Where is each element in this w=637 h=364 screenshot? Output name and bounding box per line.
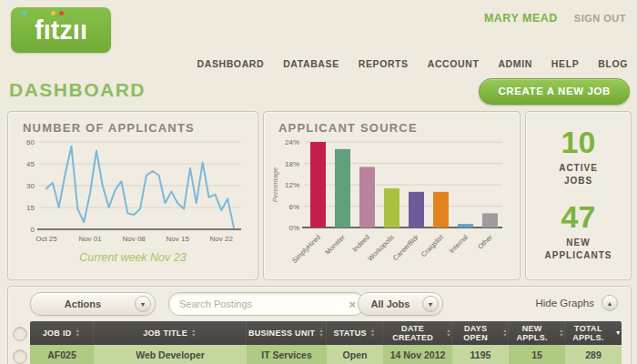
column-header-job-title[interactable]: JOB TITLE ▲▼ [94,321,247,345]
current-week-caption: Current week Nov 23 [8,251,258,264]
svg-text:CareerBldr: CareerBldr [391,233,420,262]
job-filter-label: All Jobs [359,298,422,309]
sort-icon: ▲▼ [559,329,564,338]
bar-chart-title: APPLICANT SOURCE [264,112,520,135]
nav-item-reports[interactable]: REPORTS [359,58,409,69]
svg-text:15: 15 [26,204,35,212]
sign-out-link[interactable]: SIGN OUT [574,13,626,24]
column-header-new-appls[interactable]: NEW APPLS. ▲▼ [509,321,565,345]
active-jobs-value: 10 [526,126,631,157]
svg-text:Craigslist: Craigslist [420,232,446,258]
search-postings-box: × [168,292,365,316]
svg-text:Oct 25: Oct 25 [35,235,57,243]
cell-job-title: Web Developer [94,345,247,364]
svg-text:Other: Other [476,233,494,251]
sort-icon: ▲▼ [76,329,81,338]
hide-graphs-toggle[interactable]: Hide Graphs ▲ [535,295,618,311]
svg-text:Indeed: Indeed [350,233,371,254]
chevron-down-icon: ▼ [422,296,439,312]
nav-item-database[interactable]: DATABASE [283,58,339,69]
sort-icon: ▲▼ [502,329,508,338]
sort-icon: ▲▼ [446,329,451,338]
logo-dot-yellow-icon [51,11,56,15]
select-all-radio[interactable] [13,327,27,341]
fitzii-logo[interactable]: fıtzıı [11,7,111,53]
cell-total-appls: 289 [565,345,622,364]
logo-text: fıtzıı [35,15,87,46]
svg-text:6%: 6% [288,203,299,211]
page-title: DASHBOARD [9,79,146,101]
line-chart-title: NUMBER OF APPLICANTS [8,112,258,135]
cell-status: Open [327,345,383,364]
sort-icon: ▲▼ [370,329,376,338]
svg-text:12%: 12% [285,181,299,189]
active-jobs-label: ACTIVE JOBS [526,162,631,187]
hide-graphs-label: Hide Graphs [535,298,594,308]
table-row[interactable]: AF025 Web Developer IT Services Open 14 … [30,345,622,364]
actions-dropdown[interactable]: Actions ▼ [30,292,156,316]
column-header-status[interactable]: STATUS ▲▼ [327,321,383,345]
sort-icon: ▲▼ [191,329,197,338]
svg-text:Nov 22: Nov 22 [210,235,234,243]
clear-search-icon[interactable]: × [349,298,356,310]
new-applicants-value: 47 [526,201,631,232]
cell-new-appls: 15 [509,345,565,364]
svg-text:30: 30 [26,182,35,190]
cell-business-unit: IT Services [247,345,327,364]
column-header-date-created[interactable]: DATE CREATED ▲▼ [383,321,452,345]
cell-days-open: 1195 [452,345,509,364]
svg-text:45: 45 [26,160,35,168]
nav-item-blog[interactable]: BLOG [598,58,628,69]
applicants-line-chart: 015304560Oct 25Nov 01Nov 08Nov 15Nov 22 [14,135,252,249]
svg-text:0%: 0% [288,224,299,232]
fitzii-dashboard-app: fıtzıı MARY MEAD SIGN OUT DASHBOARD DATA… [0,0,637,364]
user-bar: MARY MEAD SIGN OUT [484,12,626,25]
sort-icon: ▲▼ [318,329,324,338]
nav-item-admin[interactable]: ADMIN [498,58,531,69]
svg-text:24%: 24% [285,138,299,147]
column-header-days-open[interactable]: DAYS OPEN ▲▼ [452,321,509,345]
source-bar-chart: 0%6%12%18%24%PercentageSimplyHiredMonste… [268,135,515,277]
job-filter-dropdown[interactable]: All Jobs ▼ [358,292,443,316]
row-select-radio[interactable] [13,349,27,364]
applicant-source-panel: APPLICANT SOURCE 0%6%12%18%24%Percentage… [263,111,521,280]
create-new-job-button[interactable]: CREATE A NEW JOB [479,78,630,105]
cell-job-id: AF025 [30,345,94,364]
svg-text:0: 0 [31,226,35,234]
search-postings-input[interactable] [177,298,349,310]
svg-text:SimplyHired: SimplyHired [290,233,322,265]
table-header-row: JOB ID ▲▼ JOB TITLE ▲▼ BUSINESS UNIT ▲▼ … [30,321,622,345]
svg-text:Nov 15: Nov 15 [167,235,190,243]
nav-item-dashboard[interactable]: DASHBOARD [197,58,265,69]
svg-text:Nov 08: Nov 08 [122,235,146,243]
sort-desc-icon: ▼ [615,330,622,337]
cell-date-created: 14 Nov 2012 [383,345,452,364]
svg-text:Internal: Internal [448,233,470,255]
svg-text:Percentage: Percentage [271,167,279,202]
svg-text:Workopolis: Workopolis [366,233,396,263]
number-of-applicants-panel: NUMBER OF APPLICANTS 015304560Oct 25Nov … [7,111,258,280]
column-header-business-unit[interactable]: BUSINESS UNIT ▲▼ [247,321,327,345]
svg-text:Nov 01: Nov 01 [78,235,102,243]
stats-panel: 10 ACTIVE JOBS 47 NEW APPLICANTS [525,111,632,280]
svg-text:60: 60 [26,138,35,147]
actions-dropdown-label: Actions [31,298,135,309]
chevron-down-icon: ▼ [135,296,151,312]
logo-dot-red-icon [59,11,64,15]
svg-text:Monster: Monster [323,233,347,257]
jobs-table: JOB ID ▲▼ JOB TITLE ▲▼ BUSINESS UNIT ▲▼ … [30,321,622,364]
column-header-job-id[interactable]: JOB ID ▲▼ [30,321,94,345]
jobs-table-panel: Actions ▼ × All Jobs ▼ Hide Graphs ▲ JOB… [7,286,632,364]
chevron-up-icon: ▲ [602,295,618,311]
user-name-link[interactable]: MARY MEAD [484,12,558,25]
nav-item-help[interactable]: HELP [551,58,579,69]
svg-text:18%: 18% [285,160,299,168]
column-header-total-appls[interactable]: TOTAL APPLS. ▼ [565,321,622,345]
new-applicants-label: NEW APPLICANTS [526,237,631,261]
logo-dot-teal-icon [22,11,26,15]
nav-item-account[interactable]: ACCOUNT [428,58,480,69]
main-nav: DASHBOARD DATABASE REPORTS ACCOUNT ADMIN… [197,58,628,69]
